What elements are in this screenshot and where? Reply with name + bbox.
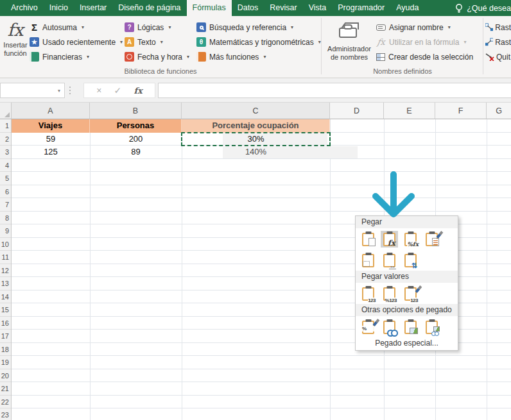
enter-icon[interactable]: ✓: [114, 86, 122, 95]
tab-programador[interactable]: Programador: [332, 0, 390, 16]
values-number-formatting-icon[interactable]: %123: [381, 285, 398, 302]
chevron-down-icon: ▾: [263, 54, 266, 60]
tab-datos[interactable]: Datos: [232, 0, 264, 16]
clock-icon: [125, 52, 134, 62]
paste-formulas-icon[interactable]: fx: [381, 231, 398, 248]
row-header[interactable]: 5: [0, 172, 11, 185]
excel-window: Archivo Inicio Insertar Diseño de página…: [0, 0, 511, 420]
letter-a-icon: A: [125, 37, 134, 47]
recently-used-button[interactable]: ★ Usado recientemente ▾: [30, 35, 123, 49]
row-header[interactable]: 7: [0, 198, 11, 212]
row-header[interactable]: 17: [0, 330, 11, 343]
row-header[interactable]: 15: [0, 303, 11, 317]
formula-bar-splitter[interactable]: [69, 87, 71, 88]
row-header[interactable]: 14: [0, 290, 11, 304]
selection-grid-icon: [376, 53, 385, 61]
chevron-down-icon[interactable]: ▾: [58, 88, 60, 94]
cell-a2[interactable]: 59: [12, 133, 90, 146]
row-header[interactable]: 3: [0, 146, 11, 159]
row-header[interactable]: 18: [0, 343, 11, 357]
date-time-label: Fecha y hora: [137, 53, 182, 62]
logical-button[interactable]: ? Lógicas ▾: [125, 20, 189, 35]
paste-formulas-number-formatting-icon[interactable]: %fx: [402, 231, 419, 248]
cell-c1[interactable]: Porcentaje ocupación: [182, 119, 330, 133]
remove-arrows-button[interactable]: Quit: [485, 49, 511, 64]
tell-me-search[interactable]: ¿Qué desea: [455, 0, 511, 16]
paste-formatting-icon[interactable]: %: [359, 319, 377, 335]
column-header-e[interactable]: E: [384, 103, 435, 119]
column-header-g[interactable]: G: [487, 103, 511, 119]
text-label: Texto: [137, 38, 156, 47]
transpose-icon[interactable]: ⇅: [402, 252, 419, 269]
create-from-selection-button[interactable]: Crear desde la selección: [376, 49, 473, 64]
paste-values-icon[interactable]: 123: [359, 285, 377, 302]
tab-revisar[interactable]: Revisar: [264, 0, 302, 16]
paste-icon[interactable]: [359, 231, 377, 248]
values-source-formatting-icon[interactable]: 123: [402, 285, 419, 302]
math-trig-button[interactable]: θ Matemáticas y trigonométricas ▾: [196, 35, 321, 49]
fx-icon: 𝑓x: [376, 37, 386, 47]
trace-dependents-button[interactable]: Rast: [485, 35, 511, 49]
autosum-button[interactable]: Σ Autosuma ▾: [30, 20, 123, 35]
row-header[interactable]: 20: [0, 369, 11, 383]
define-name-button[interactable]: Asignar nombre ▾: [376, 20, 473, 35]
row-header[interactable]: 10: [0, 238, 11, 251]
row-header[interactable]: 19: [0, 356, 11, 369]
select-all-corner[interactable]: [0, 103, 12, 119]
column-header-d[interactable]: D: [330, 103, 384, 119]
tab-insertar[interactable]: Insertar: [74, 0, 112, 16]
keep-source-formatting-icon[interactable]: [423, 231, 440, 248]
row-header[interactable]: 11: [0, 251, 11, 264]
paste-link-icon[interactable]: [381, 319, 398, 335]
logical-label: Lógicas: [137, 23, 164, 32]
column-header-b[interactable]: B: [90, 103, 182, 119]
row-header[interactable]: 2: [0, 133, 11, 146]
tab-formulas[interactable]: Fórmulas: [187, 0, 232, 16]
more-functions-button[interactable]: Más funciones ▾: [196, 49, 321, 64]
row-header[interactable]: 9: [0, 224, 11, 238]
recently-used-label: Usado recientemente: [42, 38, 116, 47]
row-header[interactable]: 21: [0, 382, 11, 396]
star-icon: ★: [30, 37, 39, 47]
cell-a3[interactable]: 125: [12, 146, 90, 159]
group-divider: [483, 18, 483, 74]
row-header[interactable]: 1: [0, 119, 11, 133]
tab-diseno-de-pagina[interactable]: Diseño de página: [112, 0, 186, 16]
paste-no-borders-icon[interactable]: [359, 252, 377, 269]
date-time-button[interactable]: Fecha y hora ▾: [125, 49, 189, 64]
row-header[interactable]: 8: [0, 212, 11, 225]
cell-b3[interactable]: 89: [90, 146, 182, 159]
row-header[interactable]: 22: [0, 396, 11, 409]
name-manager-button[interactable]: Administrador de nombres: [324, 19, 374, 62]
row-header[interactable]: 6: [0, 185, 11, 199]
tab-archivo[interactable]: Archivo: [5, 0, 44, 16]
row-header[interactable]: 13: [0, 277, 11, 290]
tab-vista[interactable]: Vista: [303, 0, 333, 16]
financial-button[interactable]: Financieras ▾: [30, 49, 123, 64]
trace-precedents-button[interactable]: Rast: [485, 20, 511, 35]
column-header-f[interactable]: F: [435, 103, 487, 119]
tab-ayuda[interactable]: Ayuda: [390, 0, 424, 16]
cell-c3-paste-preview[interactable]: 140%: [182, 146, 330, 159]
formula-input[interactable]: [158, 83, 511, 98]
lookup-reference-button[interactable]: Búsqueda y referencia ▾: [196, 20, 321, 35]
text-button[interactable]: A Texto ▾: [125, 35, 189, 49]
tab-inicio[interactable]: Inicio: [44, 0, 74, 16]
cell-a1[interactable]: Viajes: [12, 119, 90, 133]
row-header[interactable]: 12: [0, 264, 11, 278]
column-header-a[interactable]: A: [12, 103, 90, 119]
name-box[interactable]: ▾: [0, 83, 65, 98]
row-header[interactable]: 4: [0, 159, 11, 172]
cancel-icon[interactable]: ×: [96, 86, 101, 95]
insert-function-fx-icon[interactable]: fx: [134, 87, 142, 95]
column-header-c[interactable]: C: [182, 103, 330, 119]
row-header[interactable]: 16: [0, 317, 11, 330]
column-headers: A B C D E F G: [0, 103, 511, 119]
paste-picture-icon[interactable]: [402, 319, 419, 335]
paste-special-item[interactable]: Pegado especial...: [356, 337, 458, 350]
cell-b1[interactable]: Personas: [90, 119, 182, 133]
keep-source-column-widths-icon[interactable]: ↔: [381, 252, 398, 269]
paste-linked-picture-icon[interactable]: [423, 319, 440, 335]
cell-b2[interactable]: 200: [90, 133, 182, 146]
row-header[interactable]: 23: [0, 408, 11, 420]
